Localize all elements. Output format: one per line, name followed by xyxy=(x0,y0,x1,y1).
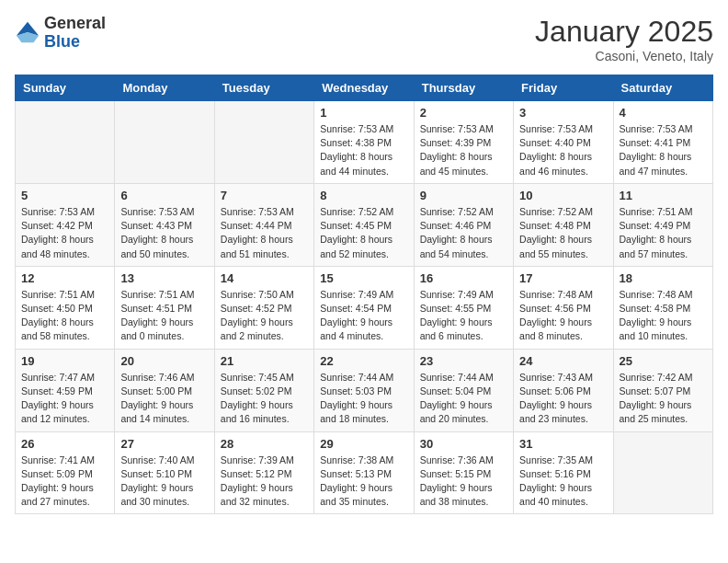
calendar-cell: 2Sunrise: 7:53 AM Sunset: 4:39 PM Daylig… xyxy=(414,101,513,184)
day-number: 2 xyxy=(420,106,507,120)
logo-icon xyxy=(15,20,40,46)
calendar-week-row: 19Sunrise: 7:47 AM Sunset: 4:59 PM Dayli… xyxy=(16,349,713,431)
calendar-cell: 26Sunrise: 7:41 AM Sunset: 5:09 PM Dayli… xyxy=(16,431,115,514)
calendar-cell: 1Sunrise: 7:53 AM Sunset: 4:38 PM Daylig… xyxy=(314,101,414,184)
day-info: Sunrise: 7:53 AM Sunset: 4:44 PM Dayligh… xyxy=(221,205,308,261)
calendar-cell: 19Sunrise: 7:47 AM Sunset: 4:59 PM Dayli… xyxy=(16,349,115,431)
day-info: Sunrise: 7:53 AM Sunset: 4:42 PM Dayligh… xyxy=(21,205,108,261)
day-info: Sunrise: 7:44 AM Sunset: 5:04 PM Dayligh… xyxy=(420,371,507,427)
day-info: Sunrise: 7:43 AM Sunset: 5:06 PM Dayligh… xyxy=(519,371,607,427)
calendar-cell: 23Sunrise: 7:44 AM Sunset: 5:04 PM Dayli… xyxy=(414,349,513,431)
weekday-header-friday: Friday xyxy=(514,75,613,101)
calendar-week-row: 12Sunrise: 7:51 AM Sunset: 4:50 PM Dayli… xyxy=(16,266,713,349)
calendar-cell: 29Sunrise: 7:38 AM Sunset: 5:13 PM Dayli… xyxy=(314,431,414,514)
calendar-table: SundayMondayTuesdayWednesdayThursdayFrid… xyxy=(15,75,713,514)
calendar-cell: 30Sunrise: 7:36 AM Sunset: 5:15 PM Dayli… xyxy=(414,431,513,514)
calendar-cell: 25Sunrise: 7:42 AM Sunset: 5:07 PM Dayli… xyxy=(613,349,712,431)
calendar-cell: 18Sunrise: 7:48 AM Sunset: 4:58 PM Dayli… xyxy=(613,266,712,349)
day-number: 9 xyxy=(420,189,507,202)
calendar-cell: 8Sunrise: 7:52 AM Sunset: 4:45 PM Daylig… xyxy=(314,183,414,266)
day-number: 11 xyxy=(620,189,707,202)
day-number: 13 xyxy=(120,271,208,285)
day-info: Sunrise: 7:40 AM Sunset: 5:10 PM Dayligh… xyxy=(120,454,208,510)
day-info: Sunrise: 7:51 AM Sunset: 4:51 PM Dayligh… xyxy=(120,288,208,344)
day-info: Sunrise: 7:52 AM Sunset: 4:46 PM Dayligh… xyxy=(420,205,507,261)
weekday-header-row: SundayMondayTuesdayWednesdayThursdayFrid… xyxy=(16,75,713,101)
calendar-cell: 4Sunrise: 7:53 AM Sunset: 4:41 PM Daylig… xyxy=(613,101,712,184)
calendar-cell: 22Sunrise: 7:44 AM Sunset: 5:03 PM Dayli… xyxy=(314,349,414,431)
calendar-cell: 7Sunrise: 7:53 AM Sunset: 4:44 PM Daylig… xyxy=(214,183,313,266)
day-number: 16 xyxy=(420,271,507,285)
day-info: Sunrise: 7:39 AM Sunset: 5:12 PM Dayligh… xyxy=(221,454,308,510)
weekday-header-monday: Monday xyxy=(115,75,214,101)
day-info: Sunrise: 7:35 AM Sunset: 5:16 PM Dayligh… xyxy=(519,454,607,510)
day-number: 25 xyxy=(620,354,707,368)
day-info: Sunrise: 7:51 AM Sunset: 4:50 PM Dayligh… xyxy=(21,288,108,344)
day-info: Sunrise: 7:41 AM Sunset: 5:09 PM Dayligh… xyxy=(21,454,108,510)
day-info: Sunrise: 7:51 AM Sunset: 4:49 PM Dayligh… xyxy=(620,205,707,261)
page-header: General Blue January 2025 Casoni, Veneto… xyxy=(15,15,713,63)
day-info: Sunrise: 7:48 AM Sunset: 4:56 PM Dayligh… xyxy=(519,288,607,344)
calendar-cell: 24Sunrise: 7:43 AM Sunset: 5:06 PM Dayli… xyxy=(514,349,613,431)
calendar-cell: 28Sunrise: 7:39 AM Sunset: 5:12 PM Dayli… xyxy=(214,431,313,514)
day-info: Sunrise: 7:53 AM Sunset: 4:43 PM Dayligh… xyxy=(120,205,208,261)
day-number: 1 xyxy=(320,106,407,120)
day-number: 3 xyxy=(519,106,607,120)
day-info: Sunrise: 7:38 AM Sunset: 5:13 PM Dayligh… xyxy=(320,454,407,510)
day-info: Sunrise: 7:42 AM Sunset: 5:07 PM Dayligh… xyxy=(620,371,707,427)
calendar-week-row: 26Sunrise: 7:41 AM Sunset: 5:09 PM Dayli… xyxy=(16,431,713,514)
calendar-cell xyxy=(613,431,712,514)
month-title: January 2025 xyxy=(535,15,713,49)
day-number: 6 xyxy=(120,189,208,202)
calendar-cell: 10Sunrise: 7:52 AM Sunset: 4:48 PM Dayli… xyxy=(514,183,613,266)
calendar-cell: 31Sunrise: 7:35 AM Sunset: 5:16 PM Dayli… xyxy=(514,431,613,514)
day-number: 7 xyxy=(221,189,308,202)
calendar-cell: 20Sunrise: 7:46 AM Sunset: 5:00 PM Dayli… xyxy=(115,349,214,431)
day-number: 19 xyxy=(21,354,108,368)
calendar-cell: 5Sunrise: 7:53 AM Sunset: 4:42 PM Daylig… xyxy=(16,183,115,266)
calendar-cell: 12Sunrise: 7:51 AM Sunset: 4:50 PM Dayli… xyxy=(16,266,115,349)
calendar-cell: 11Sunrise: 7:51 AM Sunset: 4:49 PM Dayli… xyxy=(613,183,712,266)
logo: General Blue xyxy=(15,15,106,52)
location-title: Casoni, Veneto, Italy xyxy=(535,49,713,63)
day-info: Sunrise: 7:52 AM Sunset: 4:45 PM Dayligh… xyxy=(320,205,407,261)
day-info: Sunrise: 7:36 AM Sunset: 5:15 PM Dayligh… xyxy=(420,454,507,510)
day-number: 17 xyxy=(519,271,607,285)
day-info: Sunrise: 7:47 AM Sunset: 4:59 PM Dayligh… xyxy=(21,371,108,427)
logo-text: General Blue xyxy=(44,15,106,52)
day-info: Sunrise: 7:53 AM Sunset: 4:41 PM Dayligh… xyxy=(620,122,707,178)
day-number: 26 xyxy=(21,437,108,451)
calendar-cell: 14Sunrise: 7:50 AM Sunset: 4:52 PM Dayli… xyxy=(214,266,313,349)
weekday-header-thursday: Thursday xyxy=(414,75,513,101)
day-info: Sunrise: 7:53 AM Sunset: 4:39 PM Dayligh… xyxy=(420,122,507,178)
calendar-week-row: 1Sunrise: 7:53 AM Sunset: 4:38 PM Daylig… xyxy=(16,101,713,184)
calendar-cell: 3Sunrise: 7:53 AM Sunset: 4:40 PM Daylig… xyxy=(514,101,613,184)
day-info: Sunrise: 7:44 AM Sunset: 5:03 PM Dayligh… xyxy=(320,371,407,427)
weekday-header-saturday: Saturday xyxy=(613,75,712,101)
calendar-cell xyxy=(214,101,313,184)
calendar-cell: 16Sunrise: 7:49 AM Sunset: 4:55 PM Dayli… xyxy=(414,266,513,349)
logo-blue-text: Blue xyxy=(44,33,106,52)
day-info: Sunrise: 7:53 AM Sunset: 4:40 PM Dayligh… xyxy=(519,122,607,178)
day-info: Sunrise: 7:53 AM Sunset: 4:38 PM Dayligh… xyxy=(320,122,407,178)
day-number: 18 xyxy=(620,271,707,285)
day-number: 30 xyxy=(420,437,507,451)
day-number: 5 xyxy=(21,189,108,202)
day-number: 22 xyxy=(320,354,407,368)
day-number: 29 xyxy=(320,437,407,451)
day-number: 31 xyxy=(519,437,607,451)
calendar-cell xyxy=(115,101,214,184)
day-number: 10 xyxy=(519,189,607,202)
day-info: Sunrise: 7:46 AM Sunset: 5:00 PM Dayligh… xyxy=(120,371,208,427)
title-area: January 2025 Casoni, Veneto, Italy xyxy=(535,15,713,63)
calendar-cell: 9Sunrise: 7:52 AM Sunset: 4:46 PM Daylig… xyxy=(414,183,513,266)
day-number: 14 xyxy=(221,271,308,285)
day-info: Sunrise: 7:49 AM Sunset: 4:54 PM Dayligh… xyxy=(320,288,407,344)
day-number: 21 xyxy=(221,354,308,368)
calendar-cell: 6Sunrise: 7:53 AM Sunset: 4:43 PM Daylig… xyxy=(115,183,214,266)
day-number: 4 xyxy=(620,106,707,120)
day-number: 8 xyxy=(320,189,407,202)
calendar-cell: 17Sunrise: 7:48 AM Sunset: 4:56 PM Dayli… xyxy=(514,266,613,349)
calendar-cell: 21Sunrise: 7:45 AM Sunset: 5:02 PM Dayli… xyxy=(214,349,313,431)
calendar-cell: 27Sunrise: 7:40 AM Sunset: 5:10 PM Dayli… xyxy=(115,431,214,514)
